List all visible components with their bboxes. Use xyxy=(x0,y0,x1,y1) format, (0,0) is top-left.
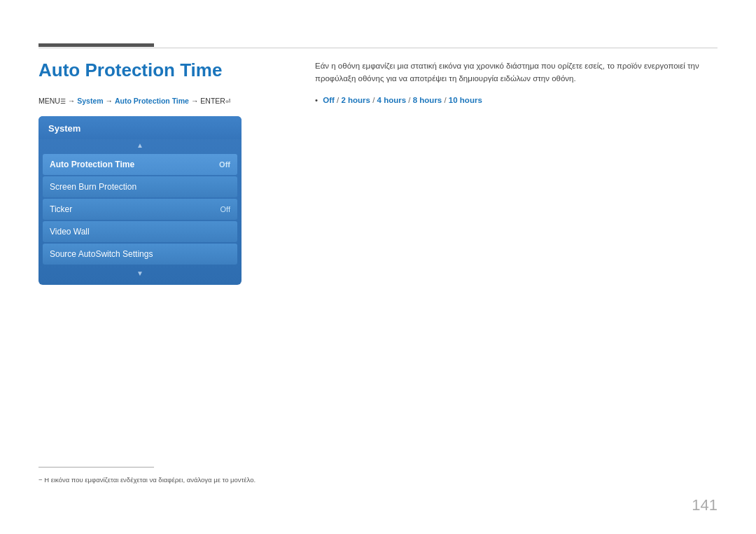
menu-item-ticker[interactable]: Ticker Off xyxy=(43,199,237,220)
menu-item-source-autoswitch[interactable]: Source AutoSwitch Settings xyxy=(43,244,237,265)
menu-prefix: MENU xyxy=(38,97,60,105)
menu-item-label: Source AutoSwitch Settings xyxy=(50,249,153,259)
system-panel: System ▲ Auto Protection Time Off Screen… xyxy=(38,116,241,285)
menu-arrow3: → xyxy=(191,97,200,105)
menu-system: System xyxy=(77,97,103,105)
menu-item-label: Auto Protection Time xyxy=(50,160,134,169)
top-bar-left xyxy=(38,43,154,47)
menu-item-value: Off xyxy=(220,205,230,213)
menu-icon: ☰ xyxy=(60,98,66,105)
panel-up-arrow: ▲ xyxy=(38,139,241,153)
footnote-line xyxy=(38,467,154,468)
content-right: Εάν η οθόνη εμφανίζει μια στατική εικόνα… xyxy=(315,59,718,106)
bullet: • xyxy=(315,96,318,104)
menu-item-value: Off xyxy=(219,160,230,169)
menu-auto-protection: Auto Protection Time xyxy=(115,97,189,105)
top-rule xyxy=(38,48,718,48)
panel-down-arrow: ▼ xyxy=(38,266,241,279)
footnote-text: − Η εικόνα που εμφανίζεται ενδέχεται να … xyxy=(38,476,255,484)
menu-arrow1: → xyxy=(68,97,77,105)
option-off: Off xyxy=(323,96,335,104)
menu-item-auto-protection[interactable]: Auto Protection Time Off xyxy=(43,154,237,175)
content-left: Auto Protection Time MENU☰ → System → Au… xyxy=(38,59,304,285)
menu-item-label: Video Wall xyxy=(50,227,90,237)
menu-item-video-wall[interactable]: Video Wall xyxy=(43,221,237,242)
option-10hours: 10 hours xyxy=(449,96,482,104)
system-panel-title: System xyxy=(38,116,241,139)
menu-enter: ENTER xyxy=(200,97,225,105)
page-number: 141 xyxy=(692,496,718,514)
description-text: Εάν η οθόνη εμφανίζει μια στατική εικόνα… xyxy=(315,59,718,85)
menu-item-label: Screen Burn Protection xyxy=(50,182,136,192)
page-title: Auto Protection Time xyxy=(38,59,304,81)
option-4hours: 4 hours xyxy=(377,96,407,104)
menu-path: MENU☰ → System → Auto Protection Time → … xyxy=(38,97,304,105)
menu-item-screen-burn[interactable]: Screen Burn Protection xyxy=(43,176,237,197)
option-2hours: 2 hours xyxy=(341,96,370,104)
options-list: • Off / 2 hours / 4 hours / 8 hours / 10… xyxy=(315,94,718,106)
menu-item-label: Ticker xyxy=(50,204,72,214)
menu-arrow2: → xyxy=(106,97,115,105)
option-8hours: 8 hours xyxy=(413,96,442,104)
